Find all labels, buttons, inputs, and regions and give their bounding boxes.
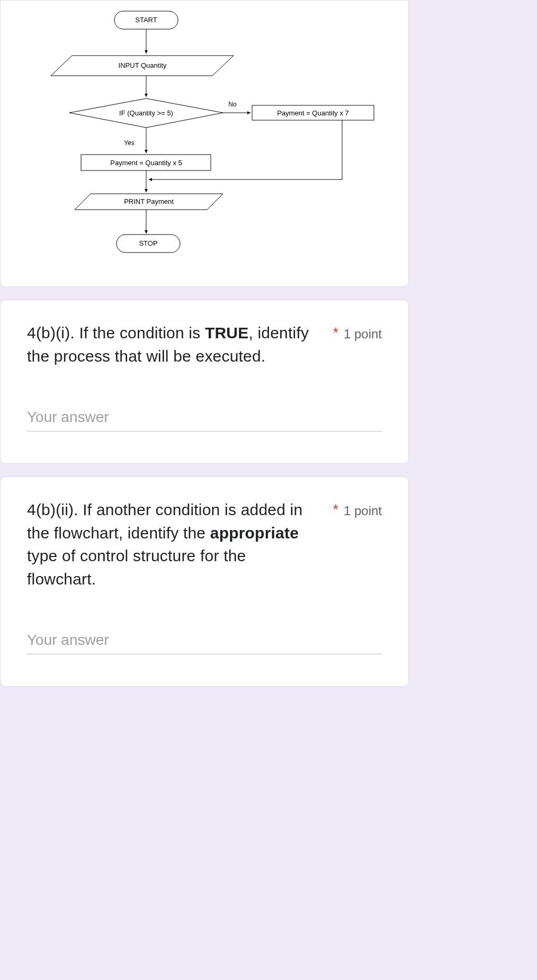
flow-stop: STOP (139, 239, 157, 247)
flowchart-card: START INPUT Quantity IF (Quantity >= 5) … (0, 0, 409, 287)
required-asterisk: * (333, 325, 338, 340)
question1-text: 4(b)(i). If the condition is TRUE, ident… (27, 321, 317, 367)
question1-points: *1 point (333, 325, 382, 341)
question2-answer-input[interactable] (27, 628, 382, 654)
flow-output: PRINT Payment (124, 197, 174, 205)
flow-start: START (135, 16, 157, 24)
question1-answer-input[interactable] (27, 406, 382, 431)
question2-text: 4(b)(ii). If another condition is added … (27, 498, 317, 590)
question2-points: *1 point (333, 501, 382, 518)
flow-process-yes: Payment = Quantity x 5 (110, 159, 182, 167)
question2-card: 4(b)(ii). If another condition is added … (0, 476, 409, 687)
question1-card: 4(b)(i). If the condition is TRUE, ident… (0, 300, 409, 464)
flowchart: START INPUT Quantity IF (Quantity >= 5) … (1, 1, 408, 286)
flow-input: INPUT Quantity (119, 61, 167, 69)
flow-process-no: Payment = Quantity x 7 (277, 109, 348, 117)
flow-no-label: No (228, 101, 237, 108)
flow-yes-label: Yes (124, 139, 135, 147)
required-asterisk: * (333, 501, 338, 517)
flow-decision: IF (Quantity >= 5) (119, 109, 173, 117)
